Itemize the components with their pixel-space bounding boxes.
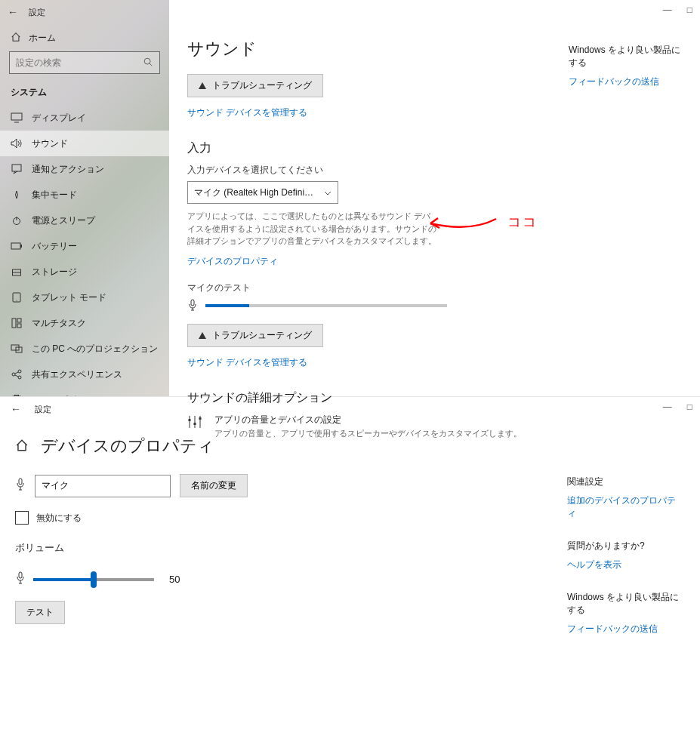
back-icon[interactable]: ←	[11, 403, 21, 415]
button-label: テスト	[26, 606, 54, 619]
back-icon[interactable]: ←	[8, 6, 18, 18]
button-label: トラブルシューティング	[212, 79, 312, 92]
button-label: トラブルシューティング	[212, 329, 312, 342]
svg-rect-15	[17, 324, 21, 328]
sidebar-item-label: マルチタスク	[32, 317, 86, 330]
svg-rect-2	[11, 113, 22, 120]
troubleshoot-button[interactable]: トラブルシューティング	[187, 74, 323, 97]
annotation-text: ココ	[507, 213, 538, 231]
titlebar-label: 設定	[29, 7, 45, 18]
mic-icon	[15, 571, 26, 587]
svg-line-1	[150, 63, 152, 66]
tablet-icon	[11, 292, 23, 303]
sidebar-item-multitask[interactable]: マルチタスク	[0, 310, 169, 336]
sidebar: ← 設定 ホーム システム ディスプレイ	[0, 0, 169, 396]
sidebar-item-label: ディスプレイ	[32, 112, 86, 125]
sidebar-item-shared[interactable]: 共有エクスペリエンス	[0, 362, 169, 387]
sound-icon	[11, 138, 23, 149]
mic-icon	[15, 478, 26, 494]
device-name-input[interactable]	[35, 475, 171, 497]
warning-icon	[199, 82, 206, 89]
notification-icon	[11, 164, 23, 174]
titlebar: ← 設定	[0, 0, 169, 24]
disable-label: 無効にする	[36, 512, 82, 525]
rename-button[interactable]: 名前の変更	[180, 474, 248, 497]
sidebar-item-battery[interactable]: バッテリー	[0, 233, 169, 259]
sidebar-item-label: この PC へのプロジェクション	[32, 343, 158, 355]
help-link[interactable]: ヘルプを表示	[567, 559, 621, 571]
sidebar-item-focus[interactable]: 集中モード	[0, 182, 169, 208]
svg-point-18	[12, 373, 15, 376]
sidebar-item-label: サウンド	[32, 137, 68, 150]
device-properties-window: ← 設定 — □ デバイスのプロパティ 名前の変更 無効にする	[0, 397, 700, 754]
sidebar-item-display[interactable]: ディスプレイ	[0, 105, 169, 131]
sidebar-item-notifications[interactable]: 通知とアクション	[0, 156, 169, 182]
mic-icon	[187, 299, 198, 313]
titlebar-label: 設定	[35, 404, 51, 415]
sidebar-item-label: 通知とアクション	[32, 163, 104, 176]
volume-slider[interactable]	[33, 578, 154, 581]
sidebar-item-power[interactable]: 電源とスリープ	[0, 208, 169, 233]
related-link[interactable]: 追加のデバイスのプロパティ	[567, 494, 680, 520]
select-value: マイク (Realtek High Definition Au...	[194, 186, 315, 199]
right-rail: 関連設定 追加のデバイスのプロパティ 質問がありますか? ヘルプを表示 Wind…	[567, 475, 680, 655]
sidebar-item-tablet[interactable]: タブレット モード	[0, 285, 169, 310]
focus-icon	[11, 189, 23, 200]
search-input[interactable]	[9, 51, 160, 74]
test-button[interactable]: テスト	[15, 601, 65, 624]
storage-icon	[11, 266, 23, 277]
svg-point-20	[18, 376, 21, 379]
manage-devices-link-2[interactable]: サウンド デバイスを管理する	[187, 356, 307, 369]
svg-line-21	[15, 372, 18, 374]
volume-value: 50	[169, 574, 180, 585]
svg-rect-7	[11, 243, 20, 249]
battery-icon	[11, 242, 23, 250]
choose-input-label: 入力デバイスを選択してください	[187, 164, 682, 177]
svg-line-22	[15, 375, 18, 377]
feedback-link[interactable]: フィードバックの送信	[569, 75, 659, 88]
main-content: — □ サウンド トラブルシューティング サウンド デバイスを管理する 入力 入…	[169, 0, 700, 396]
input-heading: 入力	[187, 140, 682, 156]
clipboard-icon	[11, 395, 23, 396]
device-properties-link[interactable]: デバイスのプロパティ	[187, 255, 278, 268]
svg-rect-8	[20, 245, 22, 248]
home-icon[interactable]	[15, 439, 29, 454]
sidebar-home[interactable]: ホーム	[0, 24, 169, 51]
svg-rect-25	[191, 300, 194, 306]
maximize-icon[interactable]: □	[687, 402, 692, 412]
sidebar-item-label: 電源とスリープ	[32, 214, 95, 227]
disable-checkbox[interactable]	[15, 511, 29, 525]
help-heading: 質問がありますか?	[567, 540, 680, 552]
sidebar-item-storage[interactable]: ストレージ	[0, 259, 169, 285]
warning-icon	[199, 332, 206, 339]
sidebar-item-label: タブレット モード	[32, 291, 106, 304]
input-desc: アプリによっては、ここで選択したものとは異なるサウンド デバイスを使用するように…	[187, 210, 436, 248]
sidebar-item-sound[interactable]: サウンド	[0, 131, 169, 156]
input-device-select[interactable]: マイク (Realtek High Definition Au...	[187, 181, 338, 204]
related-heading: 関連設定	[567, 475, 680, 488]
display-icon	[11, 112, 23, 123]
search-field[interactable]	[16, 57, 143, 68]
svg-rect-14	[17, 319, 21, 322]
minimize-icon[interactable]: —	[663, 402, 672, 412]
settings-sound-window: ← 設定 ホーム システム ディスプレイ	[0, 0, 700, 397]
minimize-icon[interactable]: —	[663, 5, 672, 15]
sidebar-item-projection[interactable]: この PC へのプロジェクション	[0, 336, 169, 362]
slider-thumb[interactable]	[91, 571, 97, 588]
page-header: デバイスのプロパティ	[0, 421, 700, 465]
home-label: ホーム	[29, 32, 56, 45]
section-label: システム	[0, 80, 169, 105]
multitask-icon	[11, 318, 23, 328]
manage-devices-link[interactable]: サウンド デバイスを管理する	[187, 106, 307, 119]
sidebar-item-label: 集中モード	[32, 189, 77, 202]
mic-level-bar	[205, 304, 447, 307]
feedback-link[interactable]: フィードバックの送信	[567, 623, 658, 636]
home-icon	[11, 32, 21, 45]
maximize-icon[interactable]: □	[687, 5, 692, 15]
window-controls: — □	[663, 5, 692, 15]
projection-icon	[11, 344, 23, 353]
troubleshoot-input-button[interactable]: トラブルシューティング	[187, 324, 323, 347]
right-rail: Windows をより良い製品にする フィードバックの送信	[569, 44, 682, 88]
sidebar-item-clipboard[interactable]: クリップボード	[0, 387, 169, 396]
svg-point-19	[18, 370, 21, 373]
